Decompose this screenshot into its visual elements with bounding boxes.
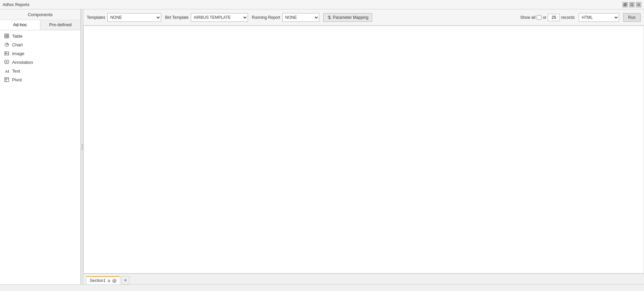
param-mapping-label: Parameter Mapping (333, 15, 368, 20)
svg-rect-3 (632, 3, 633, 4)
or-label: or (543, 15, 546, 20)
sidebar-splitter[interactable] (81, 9, 83, 284)
svg-point-27 (108, 280, 110, 282)
svg-text:AB: AB (5, 69, 9, 73)
svg-rect-18 (5, 60, 9, 63)
svg-rect-0 (624, 4, 626, 6)
templates-label: Templates (87, 15, 105, 20)
section1-close-icon[interactable] (112, 278, 116, 283)
sidebar-item-annotation-label: Annotation (12, 60, 33, 65)
component-list: Table Chart (0, 30, 80, 284)
sidebar-item-chart[interactable]: Chart (0, 40, 80, 49)
svg-rect-16 (5, 52, 9, 55)
templates-group: Templates NONE (87, 13, 161, 22)
birt-template-group: Birt Template AIRBUS TEMPLATE (165, 13, 248, 22)
section1-tab-label: Section1 (90, 278, 106, 283)
sidebar-header: Components (0, 9, 80, 20)
sidebar-item-chart-label: Chart (12, 42, 23, 47)
window-controls (622, 2, 641, 7)
sidebar-item-table-label: Table (12, 34, 23, 39)
running-report-group: Running Report NONE (252, 13, 319, 22)
sidebar-item-pivot[interactable]: Pivot (0, 75, 80, 84)
section-settings-icon[interactable] (107, 278, 111, 283)
show-all-checkbox[interactable] (537, 15, 541, 20)
content-area: Templates NONE Birt Template AIRBUS TEMP… (83, 9, 644, 284)
pivot-icon (4, 77, 9, 82)
image-icon (4, 51, 9, 56)
run-button[interactable]: Run (623, 13, 641, 22)
status-bar (0, 284, 644, 291)
templates-select[interactable]: NONE (107, 13, 161, 22)
main-layout: Components Ad-hoc Pre-defined (0, 9, 644, 284)
tab-adhoc[interactable]: Ad-hoc (0, 20, 40, 30)
show-all-label: Show all (520, 15, 535, 20)
section1-tab[interactable]: Section1 (86, 276, 120, 284)
sidebar: Components Ad-hoc Pre-defined (0, 9, 81, 284)
tab-adhoc-label: Ad-hoc (13, 22, 27, 27)
splitter-dot-1 (82, 144, 83, 146)
splitter-dot-3 (82, 149, 83, 150)
records-input[interactable] (548, 14, 560, 21)
sidebar-item-image[interactable]: Image (0, 49, 80, 58)
show-all-group: Show all or records (520, 14, 575, 21)
tab-predefined[interactable]: Pre-defined (40, 20, 80, 30)
canvas-area (83, 26, 644, 274)
svg-rect-2 (631, 3, 632, 4)
restore-button[interactable] (622, 2, 628, 7)
splitter-handle (82, 144, 83, 150)
svg-rect-8 (5, 34, 9, 38)
sidebar-tabs: Ad-hoc Pre-defined (0, 20, 80, 30)
param-mapping-icon (327, 15, 332, 20)
param-mapping-button[interactable]: Parameter Mapping (323, 13, 372, 22)
app-title: Adhoc Reports (3, 2, 29, 7)
toolbar: Templates NONE Birt Template AIRBUS TEMP… (83, 9, 644, 26)
svg-rect-22 (5, 78, 9, 82)
sidebar-item-pivot-label: Pivot (12, 77, 22, 82)
add-section-icon: + (124, 277, 127, 283)
sidebar-item-annotation[interactable]: Annotation (0, 58, 80, 67)
splitter-dot-2 (82, 147, 83, 148)
grid-button[interactable] (629, 2, 635, 7)
title-bar: Adhoc Reports (0, 0, 644, 9)
birt-template-select[interactable]: AIRBUS TEMPLATE (191, 13, 248, 22)
text-icon: AB (4, 68, 9, 74)
close-button[interactable] (636, 2, 641, 7)
add-section-button[interactable]: + (121, 276, 130, 284)
sidebar-item-text-label: Text (12, 69, 20, 74)
running-report-label: Running Report (252, 15, 280, 20)
svg-rect-4 (631, 5, 632, 6)
birt-template-label: Birt Template (165, 15, 189, 20)
annotation-icon (4, 59, 9, 65)
svg-point-17 (5, 52, 6, 53)
running-report-select[interactable]: NONE (282, 13, 319, 22)
format-select[interactable]: HTML PDF Excel Word (579, 13, 619, 22)
bottom-tabs: Section1 + (83, 274, 644, 284)
sidebar-item-table[interactable]: Table (0, 32, 80, 40)
tab-predefined-label: Pre-defined (49, 22, 72, 27)
svg-rect-5 (632, 5, 633, 6)
table-icon (4, 33, 9, 39)
svg-rect-1 (624, 3, 627, 5)
chart-icon (4, 42, 9, 47)
records-label: records (561, 15, 575, 20)
sidebar-item-text[interactable]: AB Text (0, 67, 80, 75)
sidebar-item-image-label: Image (12, 51, 24, 56)
